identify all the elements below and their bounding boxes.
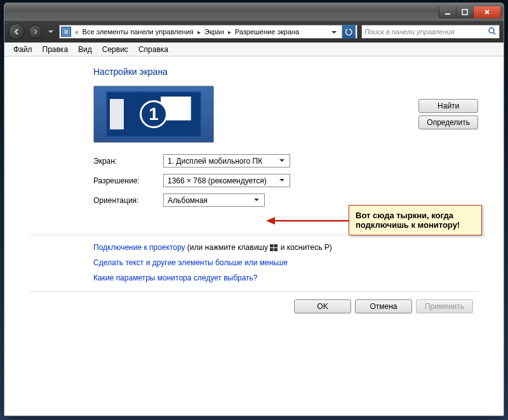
minimize-button[interactable] [439, 6, 457, 18]
menu-bar: Файл Правка Вид Сервис Справка [4, 43, 504, 56]
navigation-bar: ⊞ « Все элементы панели управления ▸ Экр… [4, 21, 504, 43]
which-monitor-link[interactable]: Какие параметры монитора следует выбрать… [93, 273, 258, 282]
svg-rect-6 [274, 248, 278, 251]
explorer-window: ⊞ « Все элементы панели управления ▸ Экр… [4, 3, 504, 416]
textsize-link[interactable]: Сделать текст и другие элементы больше и… [93, 258, 288, 267]
annotation-arrow [266, 216, 349, 225]
svg-point-2 [489, 28, 494, 33]
chevron-down-icon [251, 199, 262, 202]
chevron-down-icon [277, 159, 287, 162]
breadcrumb-prefix[interactable]: « [74, 29, 80, 36]
window-titlebar [4, 3, 504, 21]
display-preview[interactable]: 1 [93, 86, 214, 143]
svg-marker-8 [266, 217, 275, 225]
close-button[interactable] [473, 6, 501, 18]
forward-button[interactable] [29, 25, 43, 39]
maximize-button[interactable] [456, 6, 474, 18]
svg-rect-1 [462, 10, 467, 15]
breadcrumb-seg-3[interactable]: Разрешение экрана [235, 28, 299, 36]
annotation-callout: Вот сюда тыркни, когда подключишь к мони… [349, 205, 482, 235]
chevron-icon[interactable]: ▸ [227, 29, 232, 36]
content-pane: Настройки экрана 1 Найти Определить Экра… [4, 56, 504, 416]
cancel-button[interactable]: Отмена [355, 299, 412, 313]
chevron-down-icon [277, 179, 287, 182]
display-number-badge: 1 [140, 100, 168, 128]
search-input[interactable]: Поиск в панели управления [361, 25, 500, 39]
detect-button[interactable]: Определить [418, 115, 478, 129]
address-bar[interactable]: ⊞ « Все элементы панели управления ▸ Экр… [59, 25, 358, 39]
apply-button[interactable]: Применить [416, 299, 473, 313]
orientation-dropdown[interactable]: Альбомная [163, 194, 265, 207]
windows-key-icon [270, 244, 278, 252]
chevron-icon[interactable]: ▸ [196, 29, 202, 36]
control-panel-icon: ⊞ [61, 27, 71, 37]
svg-rect-0 [445, 13, 450, 15]
screen-dropdown[interactable]: 1. Дисплей мобильного ПК [163, 154, 290, 167]
search-placeholder: Поиск в панели управления [364, 28, 455, 36]
breadcrumb-seg-1[interactable]: Все элементы панели управления [83, 28, 194, 36]
label-resolution: Разрешение: [93, 176, 163, 185]
history-dropdown-icon[interactable] [46, 30, 55, 34]
annotation-text: Вот сюда тыркни, когда подключишь к мони… [356, 211, 460, 230]
menu-service[interactable]: Сервис [97, 44, 133, 55]
svg-rect-3 [270, 244, 274, 247]
svg-rect-5 [270, 248, 274, 251]
search-icon[interactable] [488, 27, 497, 37]
menu-help[interactable]: Справка [133, 44, 173, 55]
breadcrumb-seg-2[interactable]: Экран [204, 28, 224, 36]
find-button[interactable]: Найти [418, 99, 478, 113]
orientation-dropdown-value: Альбомная [168, 196, 208, 205]
refresh-button[interactable] [342, 25, 356, 39]
svg-rect-4 [274, 244, 278, 247]
menu-edit[interactable]: Правка [37, 44, 74, 55]
projector-hint-1: (или нажмите клавишу [187, 243, 271, 252]
page-title: Настройки экрана [93, 67, 478, 77]
resolution-dropdown[interactable]: 1366 × 768 (рекомендуется) [163, 174, 290, 187]
menu-file[interactable]: Файл [8, 44, 37, 55]
back-button[interactable] [8, 23, 25, 40]
resolution-dropdown-value: 1366 × 768 (рекомендуется) [168, 176, 267, 185]
menu-view[interactable]: Вид [73, 44, 97, 55]
label-orientation: Ориентация: [93, 196, 163, 205]
projector-hint-2: и коснитесь P) [281, 243, 332, 252]
address-dropdown-icon[interactable] [329, 27, 339, 36]
label-screen: Экран: [93, 157, 163, 166]
dialog-footer: OK Отмена Применить [30, 291, 478, 313]
screen-dropdown-value: 1. Дисплей мобильного ПК [168, 157, 262, 166]
ok-button[interactable]: OK [294, 299, 351, 313]
projector-link[interactable]: Подключение к проектору [93, 243, 185, 252]
